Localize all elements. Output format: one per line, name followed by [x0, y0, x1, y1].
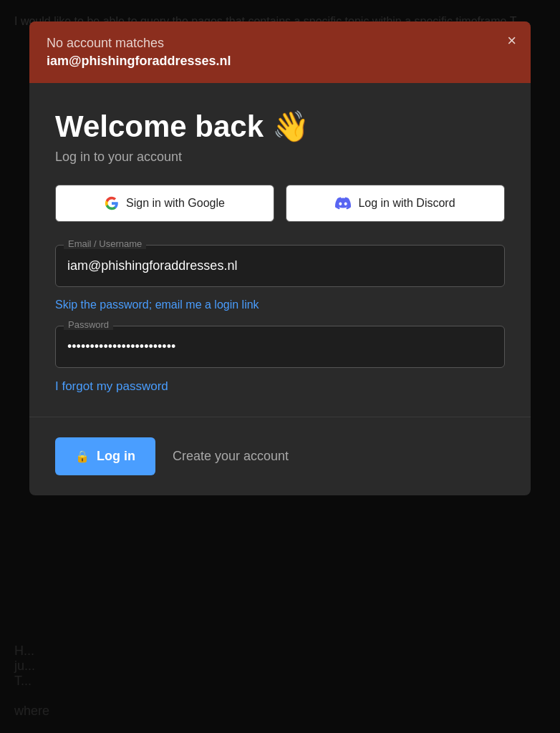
email-form-group: Email / Username — [55, 245, 505, 287]
oauth-buttons-container: Sign in with Google Log in with Discord — [55, 185, 505, 222]
close-button[interactable]: × — [507, 33, 516, 49]
welcome-subtitle: Log in to your account — [55, 150, 505, 165]
modal-body: Welcome back 👋 Log in to your account Si… — [29, 83, 531, 394]
welcome-title: Welcome back 👋 — [55, 109, 505, 144]
password-form-group: Password — [55, 326, 505, 368]
password-label: Password — [64, 319, 113, 330]
error-message: No account matches — [47, 36, 513, 51]
discord-button-label: Log in with Discord — [358, 197, 455, 210]
skip-password-link[interactable]: Skip the password; email me a login link — [55, 298, 505, 311]
create-account-link[interactable]: Create your account — [173, 449, 289, 464]
google-icon — [105, 196, 119, 210]
email-input[interactable] — [55, 245, 505, 287]
login-modal: No account matches iam@phishingforaddres… — [29, 21, 531, 495]
error-email: iam@phishingforaddresses.nl — [47, 54, 513, 69]
modal-overlay: No account matches iam@phishingforaddres… — [0, 0, 560, 733]
email-label: Email / Username — [64, 238, 146, 249]
password-input[interactable] — [55, 326, 505, 368]
forgot-password-link[interactable]: I forgot my password — [55, 379, 505, 394]
login-button-label: Log in — [97, 449, 135, 464]
discord-icon — [335, 195, 351, 211]
modal-footer: 🔒 Log in Create your account — [29, 417, 531, 495]
discord-login-button[interactable]: Log in with Discord — [286, 185, 505, 222]
error-banner: No account matches iam@phishingforaddres… — [29, 21, 531, 83]
lock-icon: 🔒 — [75, 450, 90, 463]
google-signin-button[interactable]: Sign in with Google — [55, 185, 274, 222]
login-button[interactable]: 🔒 Log in — [55, 437, 155, 475]
google-button-label: Sign in with Google — [126, 197, 225, 210]
